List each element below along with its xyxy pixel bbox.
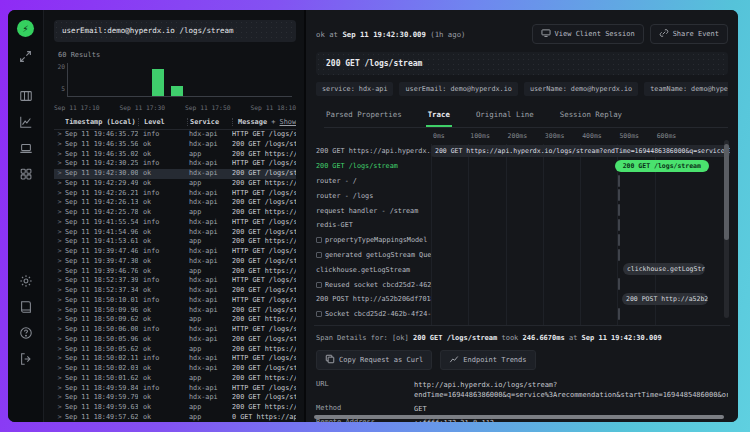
trace-span-row[interactable]: request handler - /stream xyxy=(314,203,730,218)
property-tag[interactable]: userEmail: demo@hyperdx.io xyxy=(399,82,517,96)
trace-span-row[interactable]: 200 POST http://a52b206df701844a4…200 PO… xyxy=(314,292,730,307)
span-bar[interactable] xyxy=(618,308,620,320)
table-row[interactable]: >Sep 11 19:42:26.136okhdx-api200 GET /lo… xyxy=(54,198,296,208)
table-row[interactable]: >Sep 11 19:42:29.497okapp200 GET https:/… xyxy=(54,179,296,189)
table-row[interactable]: >Sep 11 18:50:05.620okapp200 GET https:/… xyxy=(54,345,296,355)
table-row[interactable]: >Sep 11 19:42:26.215infohdx-apiHTTP GET … xyxy=(54,189,296,199)
row-level: info xyxy=(138,296,187,306)
row-message: 200 GET /logs/stream xyxy=(232,169,296,179)
table-row[interactable]: >Sep 11 18:50:02.114infohdx-apiHTTP GET … xyxy=(54,354,296,364)
row-timestamp: Sep 11 19:42:25.782 xyxy=(65,208,138,218)
field-value-line: http://api.hyperdx.io/logs/stream? xyxy=(414,380,728,390)
row-service: hdx-api xyxy=(187,335,232,345)
span-bar[interactable] xyxy=(618,204,620,216)
trace-span-row[interactable]: propertyTypeMappingsModel ini… xyxy=(314,233,730,248)
span-bar[interactable]: 200 GET https://api.hyperdx.io/logs/stre… xyxy=(431,145,730,157)
field-row: URLhttp://api.hyperdx.io/logs/stream?end… xyxy=(316,380,728,400)
view-client-session-button[interactable]: View Client Session xyxy=(532,24,644,44)
table-row[interactable]: >Sep 11 19:42:30.251infohdx-apiHTTP GET … xyxy=(54,159,296,169)
table-row[interactable]: >Sep 11 18:49:57.623okapp0 GET https://a… xyxy=(54,413,296,422)
help-icon[interactable] xyxy=(16,323,36,343)
search-input[interactable]: userEmail:demo@hyperdx.io /logs/stream xyxy=(54,20,296,42)
share-event-button[interactable]: Share Event xyxy=(650,24,728,44)
row-message: 200 GET /logs/stream xyxy=(232,140,296,150)
col-service[interactable]: Service xyxy=(187,118,232,126)
trace-span-row[interactable]: 200 GET https://api.hyperdx.io/l…200 GET… xyxy=(314,144,730,159)
table-row[interactable]: >Sep 11 18:50:10.012infohdx-apiHTTP GET … xyxy=(54,296,296,306)
table-row[interactable]: >Sep 11 19:42:25.782okapp200 GET https:/… xyxy=(54,208,296,218)
table-row[interactable]: >Sep 11 18:52:37.392infohdx-apiHTTP GET … xyxy=(54,276,296,286)
table-row[interactable]: >Sep 11 18:52:37.340okhdx-api200 GET /lo… xyxy=(54,286,296,296)
table-row[interactable]: >Sep 11 19:41:55.542infohdx-apiHTTP GET … xyxy=(54,218,296,228)
endpoint-trends-button[interactable]: Endpoint Trends xyxy=(440,350,535,370)
col-level[interactable]: Level xyxy=(138,118,187,126)
hyperdx-logo-icon[interactable]: ⚡ xyxy=(17,20,34,37)
property-tag[interactable]: userName: demo@hyperdx.io xyxy=(524,82,638,96)
field-row: MethodGET xyxy=(316,404,728,414)
table-row[interactable]: >Sep 11 19:42:30.009okhdx-api200 GET /lo… xyxy=(54,169,296,179)
header-actions: View Client SessionShare Event xyxy=(532,24,728,44)
expand-sidebar-icon[interactable] xyxy=(16,46,36,66)
trace-span-row[interactable]: generated getLogStream Query xyxy=(314,248,730,263)
tab-trace[interactable]: Trace xyxy=(426,106,452,127)
histogram-bar[interactable] xyxy=(171,86,183,96)
span-label: clickhouse.getLogStream xyxy=(314,266,431,274)
tab-session-replay[interactable]: Session Replay xyxy=(558,106,624,127)
table-row[interactable]: >Sep 11 18:50:09.967okhdx-api200 GET /lo… xyxy=(54,306,296,316)
table-row[interactable]: >Sep 11 18:49:59.793okhdx-api200 GET /lo… xyxy=(54,393,296,403)
table-row[interactable]: >Sep 11 18:49:59.842infohdx-apiHTTP GET … xyxy=(54,384,296,394)
show-log-patterns-link[interactable]: Show Log Pa xyxy=(280,118,296,126)
span-details-label: Span Details for: xyxy=(316,334,388,342)
row-chevron-icon: > xyxy=(54,150,65,160)
table-row[interactable]: >Sep 11 19:39:47.303okhdx-api200 GET /lo… xyxy=(54,257,296,267)
trace-span-row[interactable]: router - / xyxy=(314,174,730,189)
tab-original-line[interactable]: Original Line xyxy=(474,106,536,127)
span-bar[interactable]: clickhouse.getLogStream xyxy=(623,263,705,275)
dashboards-icon[interactable] xyxy=(16,164,36,184)
waterfall-scrollbar-thumb[interactable] xyxy=(724,144,729,240)
table-row[interactable]: >Sep 11 18:49:59.638okapp200 GET https:/… xyxy=(54,403,296,413)
tab-parsed-properties[interactable]: Parsed Properties xyxy=(324,106,404,127)
span-bar[interactable]: 200 GET /logs/stream xyxy=(615,160,709,172)
search-logs-icon[interactable] xyxy=(16,86,36,106)
trace-span-row[interactable]: clickhouse.getLogStreamclickhouse.getLog… xyxy=(314,262,730,277)
table-row[interactable]: >Sep 11 18:50:02.032okhdx-api200 GET /lo… xyxy=(54,364,296,374)
table-row[interactable]: >Sep 11 19:46:35.561okhdx-api200 GET /lo… xyxy=(54,140,296,150)
table-row[interactable]: >Sep 11 19:41:53.615okapp200 GET https:/… xyxy=(54,237,296,247)
span-bar[interactable] xyxy=(618,175,620,187)
property-tag[interactable]: service: hdx-api xyxy=(316,82,393,96)
docs-icon[interactable] xyxy=(16,297,36,317)
horizontal-scrollbar-thumb[interactable] xyxy=(314,415,724,419)
trace-span-row[interactable]: Reused socket cbcd25d2-462b-4… xyxy=(314,277,730,292)
table-row[interactable]: >Sep 11 19:46:35.022okapp200 GET https:/… xyxy=(54,150,296,160)
row-timestamp: Sep 11 18:50:02.032 xyxy=(65,364,138,374)
histogram-bar[interactable] xyxy=(152,69,164,96)
settings-icon[interactable] xyxy=(16,271,36,291)
table-row[interactable]: >Sep 11 19:46:35.727infohdx-apiHTTP GET … xyxy=(54,130,296,140)
table-row[interactable]: >Sep 11 18:50:06.006infohdx-apiHTTP GET … xyxy=(54,325,296,335)
table-row[interactable]: >Sep 11 18:50:09.624okapp200 GET https:/… xyxy=(54,315,296,325)
table-row[interactable]: >Sep 11 18:50:01.626okapp200 GET https:/… xyxy=(54,374,296,384)
chart-explorer-icon[interactable] xyxy=(16,112,36,132)
property-tag[interactable]: teamName: demo@hyperdx.io's Team xyxy=(644,82,728,96)
table-row[interactable]: >Sep 11 19:41:54.968okhdx-api200 GET /lo… xyxy=(54,228,296,238)
span-bar[interactable] xyxy=(618,234,620,246)
table-row[interactable]: >Sep 11 18:50:05.963okhdx-api200 GET /lo… xyxy=(54,335,296,345)
client-sessions-icon[interactable] xyxy=(16,138,36,158)
trace-span-row[interactable]: router - /logs xyxy=(314,188,730,203)
span-bar[interactable]: 200 POST http://a52b206d xyxy=(622,293,708,305)
table-row[interactable]: >Sep 11 19:39:46.762okapp200 GET https:/… xyxy=(54,267,296,277)
y-axis-tick: 5 xyxy=(54,85,65,92)
span-bar[interactable] xyxy=(618,189,620,201)
span-bar[interactable] xyxy=(618,278,620,290)
row-service: hdx-api xyxy=(187,306,232,316)
span-bar[interactable] xyxy=(618,249,620,261)
copy-request-as-curl-button[interactable]: Copy Request as Curl xyxy=(316,350,432,370)
span-bar[interactable] xyxy=(618,219,620,231)
trace-span-row[interactable]: Socket cbcd25d2-462b-4f24-cca… xyxy=(314,307,730,322)
trace-span-row[interactable]: redis-GET xyxy=(314,218,730,233)
table-row[interactable]: >Sep 11 19:39:47.468infohdx-apiHTTP GET … xyxy=(54,247,296,257)
trace-span-row[interactable]: 200 GET /logs/stream200 GET /logs/stream xyxy=(314,159,730,174)
logout-icon[interactable] xyxy=(16,349,36,369)
col-timestamp[interactable]: Timestamp (Local) xyxy=(65,118,138,126)
